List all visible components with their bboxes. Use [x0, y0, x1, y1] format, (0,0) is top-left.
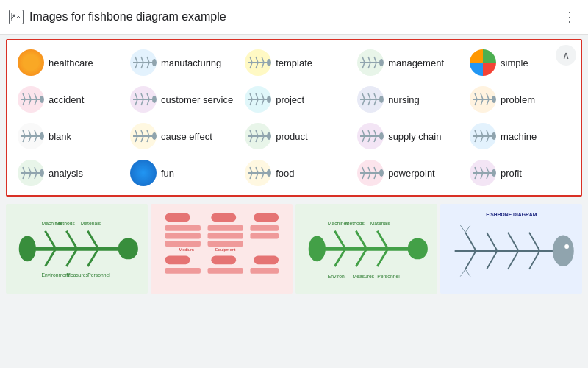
strip-image-3[interactable]: Machines Methods Materials Environ. Meas… — [295, 204, 437, 294]
svg-line-79 — [147, 130, 149, 136]
svg-text:Methods: Methods — [56, 221, 76, 226]
chip-accident[interactable]: accident — [13, 83, 123, 116]
svg-point-81 — [152, 132, 157, 140]
svg-line-140 — [45, 231, 55, 249]
chip-thumb-profit — [470, 160, 496, 186]
svg-rect-154 — [211, 213, 236, 222]
svg-line-91 — [362, 130, 365, 136]
svg-line-144 — [87, 231, 98, 249]
svg-line-125 — [368, 167, 370, 173]
svg-line-78 — [141, 136, 143, 142]
chip-label-template: template — [276, 57, 312, 68]
search-results-box: ∧ healthcaremanufacturingtemplatemanagem… — [6, 39, 582, 197]
chip-thumb-product — [245, 123, 271, 149]
svg-line-21 — [368, 57, 370, 63]
chip-thumb-supply-chain — [357, 123, 384, 149]
svg-line-16 — [262, 63, 264, 68]
svg-line-127 — [374, 167, 376, 173]
chip-thumb-management — [357, 49, 384, 76]
svg-line-80 — [147, 136, 149, 142]
svg-point-121 — [267, 169, 271, 177]
svg-line-75 — [135, 130, 137, 136]
collapse-button[interactable]: ∧ — [556, 45, 576, 66]
chip-label-blank: blank — [49, 131, 71, 142]
chip-healthcare[interactable]: healthcare — [13, 46, 123, 79]
chip-nursing[interactable]: nursing — [353, 83, 462, 116]
chip-machine[interactable]: machine — [465, 120, 575, 152]
svg-line-135 — [487, 167, 489, 173]
svg-point-17 — [267, 59, 271, 66]
chip-template[interactable]: template — [240, 46, 350, 79]
svg-line-101 — [481, 130, 483, 136]
chips-grid: healthcaremanufacturingtemplatemanagemen… — [13, 46, 575, 189]
page-title: Images for fishbone diagram example — [29, 10, 554, 24]
svg-line-27 — [23, 93, 25, 99]
chip-problem[interactable]: problem — [465, 83, 575, 116]
svg-line-11 — [250, 57, 252, 63]
chip-powerpoint[interactable]: powerpoint — [353, 157, 462, 189]
svg-line-175 — [334, 249, 345, 266]
svg-line-45 — [256, 93, 258, 99]
svg-line-84 — [250, 136, 252, 142]
svg-line-136 — [487, 173, 489, 179]
svg-text:Measures: Measures — [352, 275, 374, 280]
chip-food[interactable]: food — [240, 157, 350, 189]
svg-line-24 — [374, 63, 376, 68]
chip-management[interactable]: management — [353, 46, 462, 79]
chip-label-accident: accident — [49, 94, 84, 105]
chip-thumb-powerpoint — [357, 160, 384, 186]
svg-line-77 — [141, 130, 143, 136]
svg-line-178 — [377, 231, 387, 249]
chip-profit[interactable]: profit — [465, 157, 575, 189]
more-icon[interactable]: ⋮ — [560, 6, 579, 28]
chip-customer-service[interactable]: customer service — [126, 83, 237, 116]
strip-image-4[interactable]: FISHBONE DIAGRAM — [440, 204, 582, 294]
svg-text:Methods: Methods — [345, 221, 365, 226]
svg-line-76 — [135, 136, 137, 142]
svg-rect-139 — [35, 247, 126, 251]
svg-line-86 — [256, 136, 258, 142]
svg-line-87 — [262, 130, 264, 136]
chip-label-machine: machine — [501, 131, 537, 142]
chip-label-product: product — [276, 131, 307, 142]
svg-rect-173 — [324, 247, 416, 251]
svg-point-138 — [18, 236, 35, 262]
svg-line-94 — [368, 136, 370, 142]
svg-line-55 — [374, 93, 376, 99]
chip-cause-effect[interactable]: cause effect — [126, 120, 237, 152]
svg-line-38 — [141, 99, 143, 105]
svg-point-33 — [40, 96, 44, 103]
svg-point-189 — [552, 236, 573, 266]
svg-line-14 — [256, 63, 258, 68]
chip-thumb-healthcare — [18, 49, 44, 76]
svg-line-192 — [465, 251, 476, 269]
svg-line-134 — [481, 173, 483, 179]
svg-line-19 — [362, 57, 365, 63]
chip-thumb-simple — [470, 49, 496, 76]
svg-point-105 — [492, 132, 496, 140]
svg-point-49 — [267, 96, 271, 103]
svg-text:Materials: Materials — [80, 221, 101, 226]
strip-image-2[interactable]: Medium Equipment — [151, 204, 293, 294]
chip-thumb-cause-effect — [130, 123, 157, 149]
chip-thumb-fun — [130, 160, 157, 186]
chip-supply-chain[interactable]: supply chain — [353, 120, 462, 152]
svg-line-70 — [29, 136, 31, 142]
chip-analysis[interactable]: analysis — [13, 157, 123, 189]
svg-text:Personnel: Personnel — [377, 275, 400, 280]
svg-text:Medium: Medium — [179, 247, 194, 252]
chip-product[interactable]: product — [240, 120, 350, 152]
strip-image-1[interactable]: Machines Methods Materials Environment M… — [6, 204, 148, 294]
svg-point-73 — [40, 132, 44, 140]
svg-rect-164 — [165, 256, 190, 265]
header: Images for fishbone diagram example ⋮ — [0, 0, 588, 35]
svg-line-196 — [508, 251, 518, 269]
svg-line-93 — [368, 130, 370, 136]
svg-line-124 — [362, 173, 365, 179]
chip-manufacturing[interactable]: manufacturing — [126, 46, 237, 79]
chip-blank[interactable]: blank — [13, 120, 123, 152]
svg-text:Personnel: Personnel — [87, 273, 110, 278]
chip-label-cause-effect: cause effect — [161, 131, 212, 142]
chip-project[interactable]: project — [240, 83, 350, 116]
chip-fun[interactable]: fun — [126, 157, 237, 189]
